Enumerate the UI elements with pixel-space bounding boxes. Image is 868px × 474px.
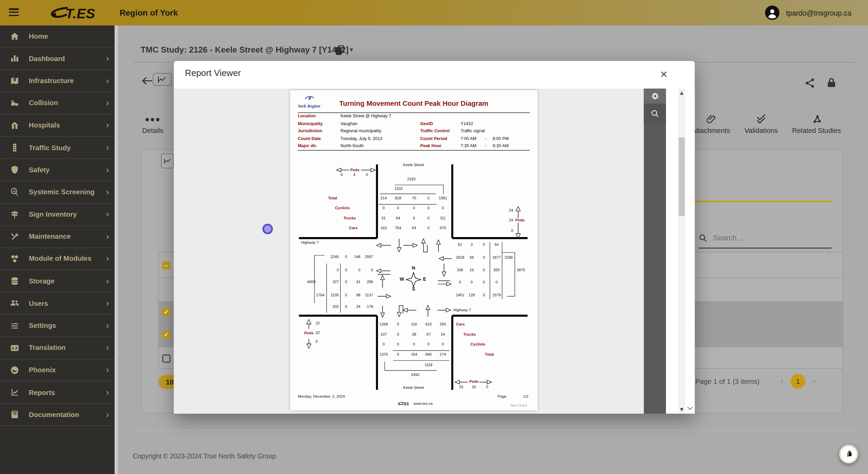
svg-text:TES: TES: [402, 402, 409, 406]
sidebar-item-label: Traffic Study: [29, 144, 71, 152]
tmc-value: 2493: [411, 373, 420, 377]
tmc-value: 0: [427, 342, 429, 346]
tmc-value: 4: [353, 173, 355, 177]
compass-s: S: [412, 286, 415, 292]
row-checkbox-checked[interactable]: ✓: [162, 331, 170, 339]
sidebar-item-sign-inventory[interactable]: Sign Inventory›: [0, 203, 115, 226]
tmc-value: 64: [412, 226, 416, 230]
pdf-page-number: 1/2: [523, 394, 528, 398]
sidebar-item-phoenix[interactable]: Phoenix›: [0, 359, 115, 382]
chevron-right-icon: ›: [106, 188, 109, 197]
chevron-right-icon: ›: [106, 99, 109, 107]
tmc-value: 22: [316, 321, 320, 325]
select-all-checkbox[interactable]: –: [162, 261, 170, 270]
chevron-down-icon[interactable]: [687, 407, 693, 410]
chevron-right-icon: ›: [106, 299, 109, 308]
sidebar-item-safety[interactable]: Safety›: [0, 159, 115, 181]
tmc-value: 98: [356, 293, 360, 297]
previous-page-icon[interactable]: ‹: [781, 375, 784, 387]
sidebar-item-systemic-screening[interactable]: Systemic Screening›: [0, 181, 115, 204]
viewer-search-icon[interactable]: [644, 103, 666, 123]
sidebar-item-module-of-modules[interactable]: Module of Modules›: [0, 248, 115, 271]
sidebar-item-home[interactable]: Home: [0, 25, 115, 48]
hamburger-menu-icon[interactable]: [9, 8, 19, 16]
tmc-value: 33: [459, 385, 463, 389]
line-chart-icon: [10, 388, 19, 397]
pagination: Page 1 of 1 (3 items) ‹ 1 ›: [695, 374, 832, 389]
svg-text:T.ES: T.ES: [65, 6, 95, 21]
tmc-value: 41: [356, 280, 360, 284]
gear-icon[interactable]: [644, 88, 666, 103]
tmc-value: 0: [459, 280, 461, 284]
page-number-button[interactable]: 1: [790, 374, 805, 389]
magnifier-chart-icon: [10, 187, 19, 197]
tmc-value: 0: [366, 173, 368, 177]
pdf-page: York Region Turning Movement Count Peak …: [290, 90, 538, 410]
compass-n: N: [412, 265, 415, 271]
sidebar-item-storage[interactable]: Storage›: [0, 270, 115, 293]
tmc-value: 0: [496, 280, 498, 284]
tmc-value: 336: [457, 268, 463, 272]
chart-button-small[interactable]: [161, 153, 174, 168]
viewer-scrollbar[interactable]: ▲ ▼: [678, 88, 685, 414]
sidebar-item-collision[interactable]: Collision›: [0, 92, 115, 115]
scroll-down-icon[interactable]: ▼: [678, 407, 685, 412]
share-icon[interactable]: [804, 78, 815, 89]
sidebar-item-label: Reports: [29, 389, 55, 396]
lock-icon[interactable]: [826, 77, 837, 88]
search-underline: [699, 248, 831, 249]
copy-icon[interactable]: [335, 44, 346, 56]
chevron-right-icon: ›: [106, 76, 109, 85]
tmc-row-label: Cars: [456, 322, 465, 326]
sidebar-item-maintenance[interactable]: Maintenance›: [0, 226, 115, 248]
row-checkbox[interactable]: [162, 354, 170, 362]
tmc-value: 128: [468, 293, 475, 297]
tmc-value: 0: [397, 342, 399, 346]
chart-button[interactable]: [153, 73, 172, 86]
sidebar-scrollbar[interactable]: [115, 25, 118, 474]
modal-title: Report Viewer: [185, 68, 241, 78]
car-crash-icon: [10, 98, 19, 108]
search-box[interactable]: [697, 230, 833, 249]
tmc-value: 0: [397, 206, 399, 210]
tmc-row-label: Trucks: [463, 332, 476, 336]
sidebar-item-dashboard[interactable]: Dashboard›: [0, 48, 115, 70]
sidebar-item-users[interactable]: Users›: [0, 293, 115, 315]
tmc-value: 3875: [517, 268, 525, 272]
search-input[interactable]: [713, 232, 824, 244]
tmc-value: 4009: [307, 280, 316, 284]
sidebar-item-label: Users: [29, 299, 48, 307]
sidebar-item-hospitals[interactable]: Hospitals›: [0, 115, 115, 137]
compass-e: E: [423, 276, 426, 282]
chevron-down-icon[interactable]: ▼: [349, 46, 354, 53]
tmc-value: 24: [356, 304, 360, 309]
tmc-row-label: Cyclists: [335, 206, 350, 210]
tmc-value: 59: [469, 255, 473, 259]
sidebar-item-traffic-study[interactable]: Traffic Study›: [0, 137, 115, 159]
tmc-value: 51: [382, 216, 386, 220]
next-page-icon[interactable]: ›: [813, 375, 816, 387]
scrollbar-thumb[interactable]: [679, 137, 685, 216]
floating-action-button[interactable]: [839, 445, 858, 464]
signpost-icon: [10, 210, 19, 219]
close-icon[interactable]: ✕: [658, 66, 670, 82]
user-email[interactable]: tpardo@tnsgroup.ca: [786, 9, 851, 17]
sidebar-item-documentation[interactable]: Documentation›: [0, 404, 115, 426]
sidebar-item-settings[interactable]: Settings›: [0, 315, 115, 337]
chevron-right-icon: ›: [106, 232, 109, 241]
tmc-value: 24: [509, 208, 513, 212]
svg-text:A: A: [12, 346, 14, 350]
row-checkbox-checked[interactable]: ✓: [162, 308, 170, 316]
tmc-value: 0: [397, 332, 399, 336]
chevron-right-icon: ›: [106, 366, 109, 375]
back-arrow-icon[interactable]: [142, 76, 153, 85]
user-avatar-icon[interactable]: [765, 5, 779, 20]
tmc-value: 1375: [380, 352, 388, 356]
sidebar-item-label: Settings: [29, 322, 56, 330]
sidebar-item-reports[interactable]: Reports›: [0, 381, 115, 404]
tab-related-studies[interactable]: Related Studies: [783, 113, 850, 135]
scroll-up-icon[interactable]: ▲: [678, 90, 685, 95]
sidebar-item-translation[interactable]: AƵTranslation›: [0, 337, 115, 359]
home-icon: [10, 32, 19, 41]
sidebar-item-infrastructure[interactable]: Infrastructure›: [0, 70, 115, 92]
